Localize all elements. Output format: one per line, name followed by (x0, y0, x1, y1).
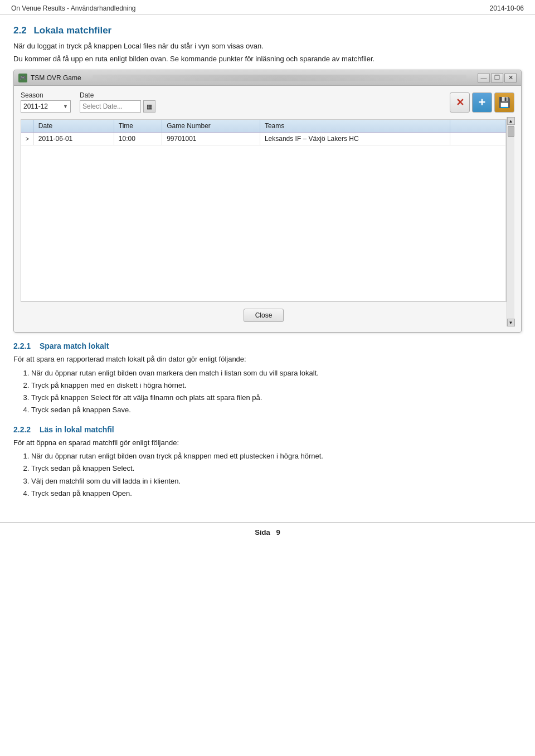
add-button[interactable]: + (472, 92, 492, 113)
date-label: Date (80, 91, 155, 99)
section-2-2-para2: Du kommer då få upp en ruta enligt bilde… (13, 53, 522, 65)
table-header-row: Date Time Game Number Teams (21, 120, 506, 133)
footer-page-label: Sida 9 (255, 528, 280, 536)
step-item: När du öppnar rutan enligt bilden ovan t… (31, 450, 522, 462)
season-label: Season (21, 91, 71, 99)
window-scrollbar[interactable]: ▲ ▼ (507, 117, 514, 326)
calendar-icon: ▦ (147, 103, 152, 110)
cell-teams: Leksands IF – Växjö Lakers HC (260, 133, 450, 145)
dialog-footer: Close (21, 304, 507, 326)
doc-date: 2014-10-06 (490, 4, 524, 12)
save-button[interactable]: 💾 (494, 92, 514, 113)
document-footer: Sida 9 (0, 522, 535, 542)
step-item: Tryck sedan på knappen Open. (31, 487, 522, 500)
col-game-number: Game Number (162, 120, 260, 133)
cell-date: 2011-06-01 (33, 133, 114, 145)
col-time: Time (114, 120, 162, 133)
col-extra (450, 120, 506, 133)
section-2-2-2-title: 2.2.2 Läs in lokal matchfil (13, 425, 522, 434)
col-teams: Teams (260, 120, 450, 133)
section-2-2-1-steps: När du öppnar rutan enligt bilden ovan m… (31, 367, 522, 416)
window-main-area: Date Time Game Number Teams > (21, 117, 514, 326)
delete-icon: ✕ (456, 96, 464, 109)
section-2-2-title: 2.2 Lokala matchfiler (13, 25, 522, 36)
date-field-group: Date Select Date... ▦ (80, 91, 155, 113)
scroll-down-button[interactable]: ▼ (507, 319, 515, 326)
step-item: Tryck sedan på knappen Select. (31, 462, 522, 475)
col-date: Date (33, 120, 114, 133)
window-titlebar-blur (93, 75, 466, 81)
delete-button[interactable]: ✕ (450, 92, 470, 113)
date-input[interactable]: Select Date... (80, 100, 141, 113)
table-empty-space (21, 145, 506, 301)
doc-title: On Venue Results - Användarhandledning (11, 4, 136, 12)
row-arrow: > (21, 133, 33, 145)
table-scroll-area: Date Time Game Number Teams > (21, 117, 507, 326)
minimize-button[interactable]: — (478, 73, 490, 83)
section-2-2-1-intro: För att spara en rapporterad match lokal… (13, 354, 522, 365)
close-dialog-button[interactable]: Close (244, 309, 284, 322)
season-select[interactable]: 2011-12 ▼ (21, 100, 71, 113)
cell-time: 10:00 (114, 133, 162, 145)
section-2-2-1-title: 2.2.1 Spara match lokalt (13, 342, 522, 350)
plus-icon: + (479, 95, 486, 110)
scrollbar-thumb[interactable] (508, 126, 514, 137)
cell-extra (450, 133, 506, 145)
season-input-row: 2011-12 ▼ (21, 100, 71, 113)
save-icon: 💾 (498, 96, 510, 109)
section-2-2-2-intro: För att öppna en sparad matchfil gör enl… (13, 437, 522, 448)
window-title-left: 🎮 TSM OVR Game (18, 74, 81, 82)
window-app-icon: 🎮 (18, 74, 27, 82)
step-item: Välj den matchfil som du vill ladda in i… (31, 475, 522, 487)
section-2-2-2-steps: När du öppnar rutan enligt bilden ovan t… (31, 450, 522, 499)
date-input-row: Select Date... ▦ (80, 100, 155, 113)
step-item: Tryck på knappen med en diskett i högra … (31, 379, 522, 392)
game-table: Date Time Game Number Teams > (21, 120, 506, 301)
document-header: On Venue Results - Användarhandledning 2… (0, 0, 535, 15)
section-2-2-para1: När du loggat in tryck på knappen Local … (13, 41, 522, 52)
document-content: 2.2 Lokala matchfiler När du loggat in t… (0, 15, 535, 500)
col-arrow (21, 120, 33, 133)
window-body: Season 2011-12 ▼ Date Select Date... (14, 86, 521, 332)
step-item: När du öppnar rutan enligt bilden ovan m… (31, 367, 522, 379)
form-row: Season 2011-12 ▼ Date Select Date... (21, 91, 514, 113)
action-buttons: ✕ + 💾 (450, 92, 514, 113)
window-titlebar: 🎮 TSM OVR Game — ❐ ✕ (14, 70, 521, 86)
window-close-button[interactable]: ✕ (504, 73, 517, 83)
cell-game-number: 99701001 (162, 133, 260, 145)
tsm-ovr-game-window: 🎮 TSM OVR Game — ❐ ✕ (13, 70, 522, 333)
table-row[interactable]: > 2011-06-01 10:00 99701001 Leksands IF … (21, 133, 506, 145)
scroll-up-button[interactable]: ▲ (507, 117, 515, 125)
window-title-text: TSM OVR Game (31, 74, 81, 82)
maximize-button[interactable]: ❐ (491, 73, 503, 83)
window-controls[interactable]: — ❐ ✕ (478, 73, 517, 83)
date-picker-button[interactable]: ▦ (143, 100, 155, 113)
season-field-group: Season 2011-12 ▼ (21, 91, 71, 113)
step-item: Tryck på knappen Select för att välja fi… (31, 392, 522, 404)
data-table-wrapper: Date Time Game Number Teams > (21, 119, 507, 302)
season-dropdown-arrow: ▼ (63, 104, 68, 109)
step-item: Tryck sedan på knappen Save. (31, 404, 522, 416)
